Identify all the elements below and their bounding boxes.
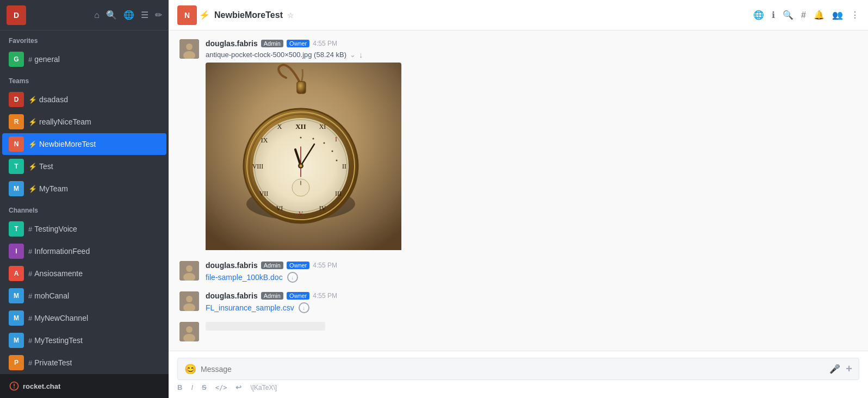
home-icon[interactable]: ⌂ bbox=[94, 10, 100, 20]
svg-rect-5 bbox=[297, 82, 306, 94]
sidebar-item-NewbieMoreTest[interactable]: N ⚡ NewbieMoreTest bbox=[2, 133, 166, 155]
svg-text:VIII: VIII bbox=[252, 163, 264, 170]
file-download-link-csv[interactable]: FL_insurance_sample.csv bbox=[206, 303, 294, 312]
sidebar-item-general[interactable]: G # general bbox=[2, 48, 166, 70]
download-icon[interactable]: ↓ bbox=[359, 50, 363, 59]
bell-icon[interactable]: 🔔 bbox=[814, 10, 824, 20]
sidebar-item-InformationFeed[interactable]: I # InformationFeed bbox=[2, 240, 166, 262]
hashtag-header-icon[interactable]: # bbox=[801, 10, 806, 20]
TestingVoice-avatar: T bbox=[9, 221, 24, 237]
message-text-input[interactable] bbox=[201, 365, 825, 374]
katex-format-button[interactable]: \[KaTeX\] bbox=[250, 384, 277, 391]
InformationFeed-avatar: I bbox=[9, 244, 24, 259]
user-avatar-msg1 bbox=[179, 39, 199, 59]
message-username: douglas.fabris bbox=[206, 291, 258, 300]
channel-hash-icon: # bbox=[28, 225, 32, 233]
team-icon: ⚡ bbox=[28, 140, 37, 148]
message-username: douglas.fabris bbox=[206, 261, 258, 270]
info-icon[interactable]: ℹ bbox=[772, 10, 775, 20]
message-time: 4:55 PM bbox=[313, 40, 337, 47]
MyNewChannel-avatar: M bbox=[9, 310, 24, 326]
more-options-icon[interactable]: ⋮ bbox=[851, 10, 859, 20]
sidebar-item-mohCanal[interactable]: M # mohCanal bbox=[2, 285, 166, 307]
sidebar-item-TestingVoice[interactable]: T # TestingVoice bbox=[2, 218, 166, 240]
avatar-svg-3 bbox=[179, 291, 199, 311]
channel-hash-icon: # bbox=[28, 270, 32, 278]
clock-image-svg: XII I II III IV V VI VII VIII IX X XI bbox=[206, 63, 401, 250]
compose-icon[interactable]: ✏ bbox=[155, 10, 162, 20]
search-header-icon[interactable]: 🔍 bbox=[783, 10, 793, 20]
channel-header-avatar: N bbox=[177, 5, 197, 25]
sidebar-item-dsadasd[interactable]: D ⚡ dsadasd bbox=[2, 89, 166, 110]
team-icon: ⚡ bbox=[28, 163, 37, 171]
messages-area: douglas.fabris Admin Owner 4:55 PM antiq… bbox=[169, 30, 868, 351]
sidebar-item-Test[interactable]: T ⚡ Test bbox=[2, 156, 166, 177]
sort-icon[interactable]: ☰ bbox=[141, 10, 148, 20]
channel-name: InformationFeed bbox=[34, 247, 90, 256]
svg-point-36 bbox=[186, 265, 193, 272]
channel-hash-icon: # bbox=[28, 247, 32, 256]
italic-format-button[interactable]: I bbox=[191, 383, 193, 391]
message-loading-placeholder bbox=[206, 322, 325, 331]
message-username: douglas.fabris bbox=[206, 39, 258, 48]
user-avatar[interactable]: D bbox=[7, 5, 26, 25]
bold-format-button[interactable]: B bbox=[177, 383, 182, 391]
members-icon[interactable]: 👥 bbox=[832, 10, 843, 20]
team-icon: ⚡ bbox=[28, 185, 37, 193]
MyTeam-avatar: M bbox=[9, 181, 24, 196]
add-attachment-icon[interactable]: + bbox=[846, 363, 852, 375]
owner-badge: Owner bbox=[287, 292, 309, 300]
sidebar-item-PrivateTest[interactable]: P # PrivateTest bbox=[2, 352, 166, 374]
channel-hash-icon: # bbox=[28, 337, 32, 345]
svg-text:XII: XII bbox=[295, 122, 306, 130]
svg-text:V: V bbox=[299, 210, 303, 217]
microphone-icon[interactable]: 🎤 bbox=[829, 364, 840, 374]
sidebar-item-reallyNiceTeam[interactable]: R ⚡ reallyNiceTeam bbox=[2, 111, 166, 133]
chevron-down-icon[interactable]: ⌄ bbox=[350, 51, 356, 59]
channel-name: MyNewChannel bbox=[34, 314, 88, 322]
channels-label: Channels bbox=[0, 200, 169, 217]
message-image[interactable]: XII I II III IV V VI VII VIII IX X XI bbox=[206, 63, 401, 252]
svg-point-26 bbox=[332, 151, 333, 152]
message-content-4 bbox=[206, 322, 857, 341]
teams-label: Teams bbox=[0, 71, 169, 88]
favorite-star-button[interactable]: ☆ bbox=[287, 11, 294, 20]
strikethrough-format-button[interactable]: S bbox=[202, 383, 207, 391]
kebab-menu-globe-icon[interactable]: 🌐 bbox=[753, 10, 764, 20]
user-avatar-msg4 bbox=[179, 322, 199, 341]
quote-format-button[interactable]: ↩ bbox=[235, 383, 241, 391]
sidebar-item-MyNewChannel[interactable]: M # MyNewChannel bbox=[2, 307, 166, 329]
Test-avatar: T bbox=[9, 159, 24, 174]
svg-point-23 bbox=[300, 137, 302, 139]
channel-name: MyTeam bbox=[39, 184, 68, 193]
message-group: douglas.fabris Admin Owner 4:55 PM antiq… bbox=[179, 39, 857, 252]
svg-text:VII: VII bbox=[259, 190, 269, 197]
svg-point-27 bbox=[336, 160, 338, 161]
channel-hash-icon: # bbox=[28, 359, 32, 367]
svg-point-1 bbox=[186, 43, 193, 50]
globe-icon[interactable]: 🌐 bbox=[123, 10, 134, 20]
admin-badge: Admin bbox=[261, 292, 283, 300]
emoji-picker-button[interactable]: 😊 bbox=[184, 363, 196, 375]
sidebar-item-Ansiosamente[interactable]: A # Ansiosamente bbox=[2, 263, 166, 284]
search-icon[interactable]: 🔍 bbox=[106, 10, 117, 20]
main-panel: N ⚡ NewbieMoreTest ☆ 🌐 ℹ 🔍 # 🔔 👥 ⋮ bbox=[169, 0, 868, 398]
sidebar-item-MyTestingTest[interactable]: M # MyTestingTest bbox=[2, 329, 166, 351]
sidebar-item-MyTeam[interactable]: M ⚡ MyTeam bbox=[2, 178, 166, 200]
input-icons: 🎤 + bbox=[829, 363, 852, 375]
header-actions: 🌐 ℹ 🔍 # 🔔 👥 ⋮ bbox=[753, 10, 859, 20]
svg-text:VI: VI bbox=[276, 204, 283, 212]
owner-badge: Owner bbox=[287, 40, 309, 47]
team-icon: ⚡ bbox=[28, 118, 37, 126]
file-download-button[interactable]: ↓ bbox=[287, 272, 298, 283]
file-name: antique-pocket-clock-500×500.jpg (58.24 … bbox=[206, 51, 346, 59]
svg-text:IV: IV bbox=[319, 204, 326, 212]
channel-name: reallyNiceTeam bbox=[39, 117, 91, 126]
sidebar-content: Favorites G # general Teams D ⚡ dsadasd … bbox=[0, 30, 169, 374]
file-download-button-csv[interactable]: ↓ bbox=[299, 302, 309, 313]
avatar-svg bbox=[179, 39, 199, 59]
svg-point-24 bbox=[313, 138, 314, 140]
user-avatar-msg2 bbox=[179, 261, 199, 281]
code-format-button[interactable]: </> bbox=[215, 384, 227, 391]
file-download-link[interactable]: file-sample_100kB.doc bbox=[206, 273, 283, 282]
